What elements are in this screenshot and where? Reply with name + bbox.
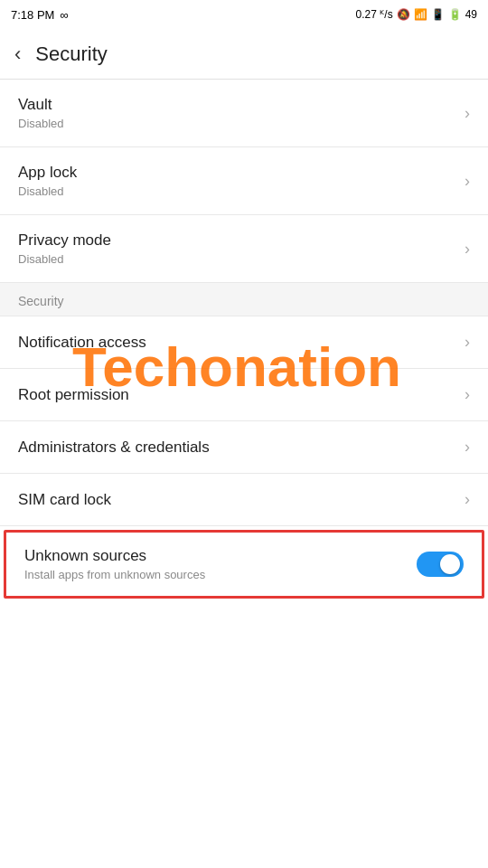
vault-text: Vault Disabled — [18, 96, 64, 130]
root-permission-item[interactable]: Root permission › — [0, 369, 488, 421]
settings-list: Vault Disabled › App lock Disabled › Pri… — [0, 80, 488, 526]
status-right: 0.27 ᴷ/s 🔕 📶 📱 🔋 49 — [356, 8, 477, 21]
back-button[interactable]: ‹ — [14, 42, 21, 66]
wifi-icon: 📶 — [414, 8, 427, 21]
vault-subtitle: Disabled — [18, 117, 64, 130]
sim-card-lock-item[interactable]: SIM card lock › — [0, 474, 488, 526]
security-section-label: Security — [18, 294, 64, 308]
administrators-credentials-title: Administrators & credentials — [18, 439, 210, 457]
root-permission-text: Root permission — [18, 386, 129, 404]
battery-icon: 🔋 — [448, 8, 462, 21]
page-title: Security — [35, 42, 107, 66]
root-permission-chevron: › — [465, 385, 470, 404]
sim-card-lock-title: SIM card lock — [18, 491, 111, 509]
privacy-mode-item[interactable]: Privacy mode Disabled › — [0, 215, 488, 283]
app-lock-chevron: › — [465, 172, 470, 191]
vault-title: Vault — [18, 96, 64, 114]
security-section-header: Security — [0, 283, 488, 316]
unknown-sources-toggle[interactable] — [417, 552, 464, 577]
notification-access-title: Notification access — [18, 334, 146, 352]
mute-icon: 🔕 — [397, 8, 410, 21]
toggle-track — [417, 552, 464, 577]
app-lock-item[interactable]: App lock Disabled › — [0, 147, 488, 215]
vault-chevron: › — [465, 104, 470, 123]
notification-access-chevron: › — [465, 333, 470, 352]
infinity-icon: ∞ — [60, 8, 68, 22]
unknown-sources-item[interactable]: Unknown sources Install apps from unknow… — [6, 533, 482, 596]
status-bar: 7:18 PM ∞ 0.27 ᴷ/s 🔕 📶 📱 🔋 49 — [0, 0, 488, 29]
privacy-mode-chevron: › — [465, 240, 470, 259]
app-lock-title: App lock — [18, 164, 77, 182]
notification-access-text: Notification access — [18, 334, 146, 352]
page-header: ‹ Security — [0, 29, 488, 80]
unknown-sources-title: Unknown sources — [24, 547, 205, 565]
unknown-sources-text: Unknown sources Install apps from unknow… — [24, 547, 205, 581]
privacy-mode-text: Privacy mode Disabled — [18, 231, 111, 266]
app-lock-text: App lock Disabled — [18, 164, 77, 198]
privacy-mode-title: Privacy mode — [18, 231, 111, 250]
unknown-sources-wrapper: Unknown sources Install apps from unknow… — [4, 530, 484, 599]
root-permission-title: Root permission — [18, 386, 129, 404]
sim-card-lock-text: SIM card lock — [18, 491, 111, 509]
administrators-credentials-text: Administrators & credentials — [18, 439, 210, 457]
app-lock-subtitle: Disabled — [18, 184, 77, 198]
signal-icon: 📱 — [431, 8, 445, 21]
unknown-sources-subtitle: Install apps from unknown sources — [24, 568, 205, 581]
administrators-credentials-chevron: › — [465, 438, 470, 457]
notification-access-item[interactable]: Notification access › — [0, 316, 488, 369]
speed-label: 0.27 ᴷ/s — [356, 8, 393, 21]
vault-item[interactable]: Vault Disabled › — [0, 80, 488, 147]
sim-card-lock-chevron: › — [465, 490, 470, 509]
time-label: 7:18 PM — [11, 8, 54, 22]
battery-level: 49 — [465, 8, 477, 21]
toggle-thumb — [440, 554, 460, 574]
privacy-mode-subtitle: Disabled — [18, 252, 111, 266]
administrators-credentials-item[interactable]: Administrators & credentials › — [0, 421, 488, 474]
status-left: 7:18 PM ∞ — [11, 8, 69, 22]
